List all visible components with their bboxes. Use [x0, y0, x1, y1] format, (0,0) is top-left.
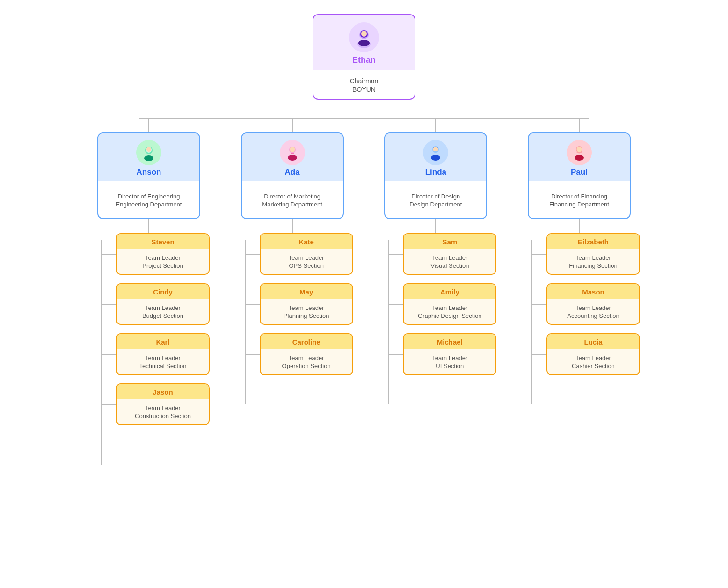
tl-row-karl: Karl Team Leader Technical Section: [102, 333, 210, 375]
director-branches: Anson Director of Engineering Engineerin…: [83, 118, 645, 219]
tl-row-michael: Michael Team Leader UI Section: [389, 333, 496, 375]
ada-name: Ada: [247, 168, 338, 177]
svg-point-13: [433, 147, 438, 152]
avatar-linda: [423, 140, 448, 165]
linda-name: Linda: [390, 168, 481, 177]
anson-tl-cards: Steven Team Leader Project Section: [102, 233, 210, 425]
card-jason[interactable]: Jason Team Leader Construction Section: [116, 383, 210, 425]
dir-branch-anson: Anson Director of Engineering Engineerin…: [83, 118, 214, 219]
paul-team-col: Eilzabeth Team Leader Financing Section: [514, 219, 645, 375]
tl-row-jason: Jason Team Leader Construction Section: [102, 383, 210, 425]
paul-tl-group: Eilzabeth Team Leader Financing Section: [518, 233, 640, 375]
ethan-title: Chairman: [318, 77, 410, 85]
tl-row-steven: Steven Team Leader Project Section: [102, 233, 210, 275]
linda-team-col: Sam Team Leader Visual Section: [370, 219, 501, 375]
ada-tl-cards: Kate Team Leader OPS Section M: [246, 233, 353, 375]
paul-tl-cards: Eilzabeth Team Leader Financing Section: [532, 233, 640, 375]
card-ethan: Ethan Chairman BOYUN: [313, 14, 415, 100]
tl-row-eilzabeth: Eilzabeth Team Leader Financing Section: [532, 233, 640, 275]
tl-row-sam: Sam Team Leader Visual Section: [389, 233, 496, 275]
card-steven[interactable]: Steven Team Leader Project Section: [116, 233, 210, 275]
card-kate[interactable]: Kate Team Leader OPS Section: [260, 233, 353, 275]
tl-row-may: May Team Leader Planning Section: [246, 283, 353, 325]
card-karl[interactable]: Karl Team Leader Technical Section: [116, 333, 210, 375]
ada-team-col: Kate Team Leader OPS Section M: [227, 219, 358, 375]
avatar-ada: [280, 140, 305, 165]
tl-row-cindy: Cindy Team Leader Budget Section: [102, 283, 210, 325]
ada-title: Director of Marketing: [264, 193, 320, 200]
ethan-name: Ethan: [318, 55, 410, 65]
ada-tl-group: Kate Team Leader OPS Section M: [232, 233, 353, 375]
paul-title: Director of Financing: [551, 193, 607, 200]
tl-row-kate: Kate Team Leader OPS Section: [246, 233, 353, 275]
svg-point-8: [146, 147, 151, 152]
card-caroline[interactable]: Caroline Team Leader Operation Section: [260, 333, 353, 375]
svg-point-14: [431, 155, 440, 161]
card-anson[interactable]: Anson Director of Engineering Engineerin…: [97, 132, 200, 219]
tl-row-lucia: Lucia Team Leader Cashier Section: [532, 333, 640, 375]
anson-team-col: Steven Team Leader Project Section: [83, 219, 214, 425]
tl-row-amily: Amily Team Leader Graphic Design Section: [389, 283, 496, 325]
card-ada[interactable]: Ada Director of Marketing Marketing Depa…: [241, 132, 344, 219]
paul-name: Paul: [533, 168, 625, 177]
paul-dept: Financing Department: [549, 201, 609, 208]
top-node: Ethan Chairman BOYUN: [313, 14, 415, 118]
ethan-dept: BOYUN: [318, 86, 410, 93]
dir-branch-linda: Linda Director of Design Design Departme…: [370, 118, 501, 219]
linda-tl-cards: Sam Team Leader Visual Section: [389, 233, 496, 375]
org-chart: Ethan Chairman BOYUN: [0, 0, 728, 439]
card-eilzabeth[interactable]: Eilzabeth Team Leader Financing Section: [546, 233, 640, 275]
tl-row-caroline: Caroline Team Leader Operation Section: [246, 333, 353, 375]
tl-row-wrapper: Steven Team Leader Project Section: [83, 219, 645, 425]
card-paul[interactable]: Paul Director of Financing Financing Dep…: [528, 132, 631, 219]
card-amily[interactable]: Amily Team Leader Graphic Design Section: [403, 283, 496, 325]
avatar-paul: [567, 140, 592, 165]
linda-title: Director of Design: [411, 193, 460, 200]
v-line-top: [364, 100, 364, 118]
h-connector-directors: [139, 118, 589, 119]
anson-name: Anson: [103, 168, 195, 177]
level2-section: Anson Director of Engineering Engineerin…: [9, 118, 719, 425]
svg-point-16: [576, 147, 582, 152]
dir-branch-ada: Ada Director of Marketing Marketing Depa…: [227, 118, 358, 219]
director-row-wrapper: Anson Director of Engineering Engineerin…: [83, 118, 645, 219]
card-mason[interactable]: Mason Team Leader Accounting Section: [546, 283, 640, 325]
svg-point-10: [290, 147, 295, 152]
avatar-anson: [136, 140, 161, 165]
card-cindy[interactable]: Cindy Team Leader Budget Section: [116, 283, 210, 325]
card-lucia[interactable]: Lucia Team Leader Cashier Section: [546, 333, 640, 375]
anson-title: Director of Engineering: [118, 193, 180, 200]
card-michael[interactable]: Michael Team Leader UI Section: [403, 333, 496, 375]
card-sam[interactable]: Sam Team Leader Visual Section: [403, 233, 496, 275]
dir-branch-paul: Paul Director of Financing Financing Dep…: [514, 118, 645, 219]
anson-dept: Engineering Department: [116, 201, 182, 208]
avatar-ethan: [349, 22, 379, 52]
linda-tl-group: Sam Team Leader Visual Section: [375, 233, 496, 375]
ada-dept: Marketing Department: [262, 201, 322, 208]
svg-point-7: [144, 155, 153, 161]
card-linda[interactable]: Linda Director of Design Design Departme…: [384, 132, 487, 219]
svg-point-4: [361, 31, 367, 37]
linda-dept: Design Department: [409, 201, 462, 208]
svg-point-17: [575, 155, 584, 161]
card-may[interactable]: May Team Leader Planning Section: [260, 283, 353, 325]
svg-point-11: [288, 155, 297, 161]
tl-row-mason: Mason Team Leader Accounting Section: [532, 283, 640, 325]
anson-tl-group: Steven Team Leader Project Section: [88, 233, 210, 425]
